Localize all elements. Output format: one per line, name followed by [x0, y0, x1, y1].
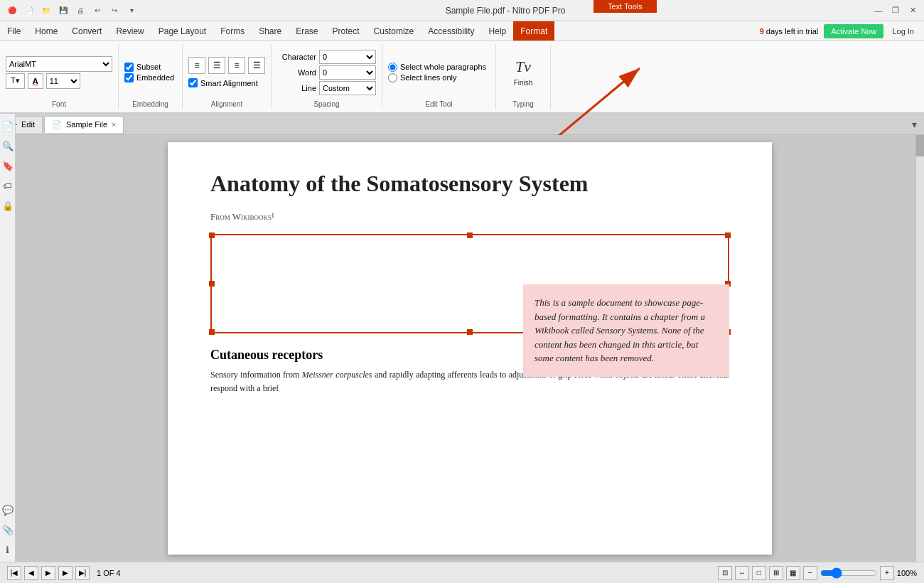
line-spacing-select[interactable]: Custom Single 1.5 Lines Double [319, 81, 376, 95]
menu-forms[interactable]: Forms [213, 21, 252, 41]
sidebar-search-icon[interactable]: 🔍 [1, 139, 14, 152]
tab-dropdown-btn[interactable]: ▾ [908, 119, 921, 130]
fit-page-btn[interactable]: ⊡ [718, 566, 732, 580]
folder-icon[interactable]: 📁 [40, 4, 53, 17]
menu-page-layout[interactable]: Page Layout [151, 21, 213, 41]
font-name-select[interactable]: ArialMT [6, 56, 112, 72]
smart-alignment-checkbox[interactable] [188, 78, 198, 87]
page-info: 1 OF 4 [97, 569, 121, 577]
handle-top-right[interactable] [725, 232, 731, 238]
font-name-row: ArialMT [6, 56, 112, 72]
actual-size-btn[interactable]: □ [752, 566, 766, 580]
redo-btn[interactable]: ↪ [108, 4, 121, 17]
subset-checkbox[interactable] [124, 63, 134, 72]
menu-bar: File Home Convert Review Page Layout For… [0, 21, 924, 41]
last-page-btn[interactable]: ▶| [75, 566, 90, 580]
minimize-btn[interactable]: — [873, 5, 884, 16]
menu-review[interactable]: Review [109, 21, 151, 41]
main-area: Anatomy of the Somatosensory System From… [16, 135, 924, 562]
next-page-btn[interactable]: ▶ [58, 566, 72, 580]
align-center-btn[interactable]: ☰ [208, 57, 225, 74]
alignment-controls: ≡ ☰ ≡ ☰ Smart Alignment [188, 46, 265, 99]
handle-middle-left[interactable] [209, 281, 215, 287]
finish-typing-btn[interactable]: Tv Finish [502, 51, 544, 94]
typing-group-label: Typing [512, 100, 533, 108]
play-btn[interactable]: ▶ [41, 566, 55, 580]
title-left: 🔴 📄 📁 💾 🖨 ↩ ↪ ▾ [6, 4, 138, 17]
zoom-slider[interactable] [820, 567, 877, 579]
font-color-btn[interactable]: A [28, 73, 43, 89]
two-page-btn[interactable]: ⊞ [769, 566, 783, 580]
select-lines-label: Select lines only [400, 73, 457, 82]
document-title: Anatomy of the Somatosensory System [210, 171, 729, 197]
align-justify-btn[interactable]: ☰ [248, 57, 265, 74]
close-btn[interactable]: ✕ [907, 5, 918, 16]
subset-check-row: Subset [124, 63, 161, 72]
restore-btn[interactable]: ❐ [890, 5, 901, 16]
menu-protect[interactable]: Protect [326, 21, 367, 41]
sidebar-attachment-icon[interactable]: 📎 [1, 523, 14, 536]
scrollbar-vertical[interactable] [915, 135, 924, 562]
character-spacing-select[interactable]: 0 [319, 50, 376, 64]
prev-page-btn[interactable]: ◀ [24, 566, 38, 580]
handle-bottom-middle[interactable] [467, 329, 473, 335]
embedded-check-row: Embedded [124, 73, 174, 82]
font-controls: ArialMT T▾ A 11 [6, 46, 112, 99]
font-size-select[interactable]: 11 [46, 73, 80, 89]
customize-qat-icon[interactable]: ▾ [125, 4, 138, 17]
menu-convert[interactable]: Convert [65, 21, 109, 41]
thumbnails-btn[interactable]: ▦ [786, 566, 800, 580]
pdf-page: Anatomy of the Somatosensory System From… [168, 142, 772, 555]
menu-erase[interactable]: Erase [289, 21, 325, 41]
first-page-btn[interactable]: |◀ [7, 566, 21, 580]
menu-help[interactable]: Help [482, 21, 514, 41]
sidebar-tag-icon[interactable]: 🏷 [1, 179, 14, 192]
login-button[interactable]: Log In [889, 27, 917, 36]
align-buttons-row: ≡ ☰ ≡ ☰ [188, 57, 265, 74]
select-paragraphs-radio[interactable] [388, 63, 397, 72]
menu-format[interactable]: Format [513, 21, 554, 41]
menu-home[interactable]: Home [28, 21, 65, 41]
undo-btn[interactable]: ↩ [91, 4, 104, 17]
handle-top-middle[interactable] [467, 232, 473, 238]
handle-bottom-left[interactable] [209, 329, 215, 335]
subset-label: Subset [136, 63, 161, 71]
select-paragraphs-label: Select whole paragraphs [400, 63, 486, 71]
close-tab-btn[interactable]: × [112, 120, 116, 129]
sidebar-lock-icon[interactable]: 🔒 [1, 199, 14, 212]
sample-file-tab[interactable]: 📄 Sample File × [44, 116, 124, 133]
file-icon: 📄 [23, 4, 36, 17]
word-spacing-select[interactable]: 0 [319, 65, 376, 80]
embedded-checkbox[interactable] [124, 73, 134, 82]
handle-top-left[interactable] [209, 232, 215, 238]
doc-tabs-bar: ✏ Edit 📄 Sample File × ▾ [0, 114, 924, 135]
select-lines-radio[interactable] [388, 73, 397, 82]
print-icon[interactable]: 🖨 [74, 4, 87, 17]
align-left-btn[interactable]: ≡ [188, 57, 205, 74]
window-title: Sample File.pdf - Nitro PDF Pro [138, 6, 873, 16]
document-subtitle: From Wikibooks¹ [210, 211, 729, 223]
menu-customize[interactable]: Customize [367, 21, 421, 41]
menu-file[interactable]: File [0, 21, 28, 41]
edit-tab-label: Edit [21, 120, 35, 129]
sidebar-comment-icon[interactable]: 💬 [1, 503, 14, 516]
menu-accessibility[interactable]: Accessibility [421, 21, 481, 41]
text-tools-label: Text Tools [593, 0, 657, 13]
align-right-btn[interactable]: ≡ [228, 57, 245, 74]
font-group-label: Font [52, 100, 66, 108]
fit-width-btn[interactable]: ↔ [735, 566, 749, 580]
text-format-btn[interactable]: T▾ [6, 73, 25, 89]
sidebar-info-icon[interactable]: ℹ [1, 543, 14, 556]
typing-controls: Tv Finish [502, 46, 544, 99]
menu-share[interactable]: Share [252, 21, 289, 41]
zoom-in-btn[interactable]: + [880, 566, 894, 580]
select-lines-row: Select lines only [388, 73, 457, 82]
ribbon-group-alignment: ≡ ☰ ≡ ☰ Smart Alignment Alignment [183, 44, 272, 109]
zoom-out-btn[interactable]: − [803, 566, 817, 580]
save-icon[interactable]: 💾 [57, 4, 70, 17]
ribbon-content: ArialMT T▾ A 11 Font Subset [0, 41, 924, 112]
sidebar-bookmark-icon[interactable]: 🔖 [1, 159, 14, 172]
sidebar-document-icon[interactable]: 📄 [1, 119, 14, 132]
scrollbar-thumb[interactable] [916, 135, 924, 156]
activate-now-button[interactable]: Activate Now [824, 24, 883, 38]
